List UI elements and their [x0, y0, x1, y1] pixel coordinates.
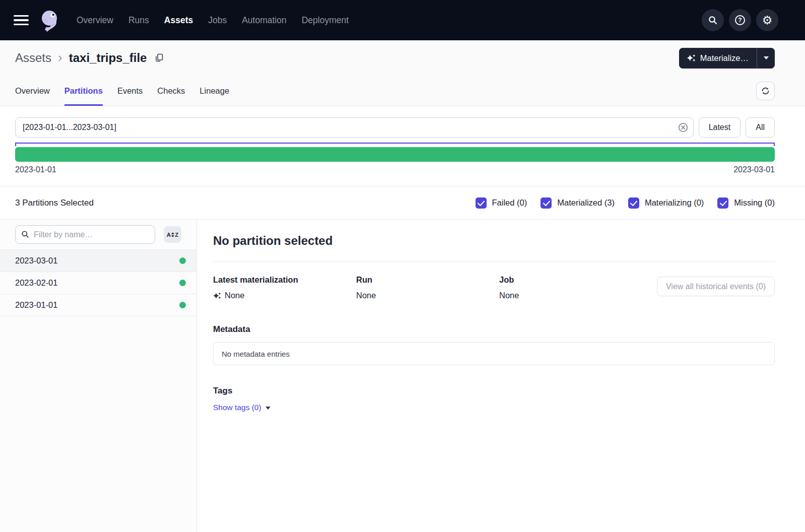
- materialized-status-dot: [179, 280, 186, 286]
- materialized-checkbox-icon[interactable]: [541, 197, 552, 209]
- stat-label: Run: [356, 275, 499, 285]
- dagster-logo-icon[interactable]: [38, 9, 61, 32]
- partition-row-2023-01-01[interactable]: 2023-01-01: [0, 294, 196, 316]
- partition-health-bar[interactable]: [15, 147, 775, 162]
- sparkle-icon: [213, 292, 221, 300]
- metadata-empty-text: No metadata entries: [222, 350, 290, 358]
- filter-failed[interactable]: Failed (0): [476, 197, 527, 209]
- failed-label: Failed (0): [492, 198, 527, 208]
- materializing-label: Materializing (0): [645, 198, 704, 208]
- search-icon[interactable]: [702, 9, 724, 31]
- materialized-status-dot: [179, 257, 186, 264]
- tab-overview[interactable]: Overview: [15, 76, 50, 106]
- partition-list-toolbar: A Z: [0, 220, 196, 249]
- content-split: A Z 2023-03-01 2023-02-01 2023-01-01: [0, 220, 805, 532]
- nav-jobs[interactable]: Jobs: [208, 15, 227, 26]
- partition-detail-panel: No partition selected Latest materializa…: [197, 220, 805, 532]
- page-title: taxi_trips_file: [69, 51, 147, 65]
- partition-list-panel: A Z 2023-03-01 2023-02-01 2023-01-01: [0, 220, 197, 532]
- filter-missing[interactable]: Missing (0): [717, 197, 775, 209]
- breadcrumb: Assets › taxi_trips_file: [15, 51, 164, 65]
- partition-filter-row: Latest All: [0, 117, 805, 138]
- partition-range-wrap: [15, 117, 694, 138]
- partition-list: 2023-03-01 2023-02-01 2023-01-01: [0, 249, 196, 316]
- tab-lineage[interactable]: Lineage: [199, 76, 229, 106]
- nav-assets[interactable]: Assets: [164, 15, 193, 26]
- primary-nav: Overview Runs Assets Jobs Automation Dep…: [77, 15, 349, 26]
- partition-row-2023-03-01[interactable]: 2023-03-01: [0, 250, 196, 272]
- stat-value: None: [499, 291, 642, 300]
- detail-divider: [213, 261, 775, 262]
- detail-stats-row: Latest materialization None Run None: [213, 275, 775, 300]
- stat-label: Job: [499, 275, 642, 285]
- clear-input-icon[interactable]: [678, 122, 689, 133]
- filter-materialized[interactable]: Materialized (3): [541, 197, 615, 209]
- page-header: Assets › taxi_trips_file Materialize…: [0, 40, 805, 76]
- materialized-label: Materialized (3): [557, 198, 615, 208]
- stat-run: Run None: [356, 275, 499, 300]
- metadata-section-title: Metadata: [213, 324, 775, 335]
- partition-row-2023-02-01[interactable]: 2023-02-01: [0, 272, 196, 294]
- view-historical-events-button[interactable]: View all historical events (0): [657, 277, 775, 296]
- nav-runs[interactable]: Runs: [128, 15, 149, 26]
- sparkle-icon: [687, 53, 696, 62]
- failed-checkbox-icon[interactable]: [476, 197, 487, 209]
- stat-value: None: [356, 291, 499, 300]
- metadata-empty-box: No metadata entries: [213, 342, 775, 365]
- materialized-status-dot: [179, 302, 186, 308]
- status-filters: Failed (0) Materialized (3) Materializin…: [476, 197, 775, 209]
- name-filter-wrap: [15, 225, 155, 244]
- partition-range-input[interactable]: [15, 117, 694, 138]
- detail-title: No partition selected: [213, 234, 775, 248]
- filter-materializing[interactable]: Materializing (0): [628, 197, 704, 209]
- breadcrumb-separator: ›: [58, 51, 62, 65]
- show-tags-link[interactable]: Show tags (0): [213, 403, 271, 412]
- partition-name-filter-input[interactable]: [15, 225, 155, 244]
- stat-label: Latest materialization: [213, 275, 356, 285]
- range-start-label: 2023-01-01: [15, 165, 56, 174]
- partition-health-section: 2023-01-01 2023-03-01: [0, 143, 805, 174]
- partition-name: 2023-01-01: [15, 300, 57, 310]
- tab-checks[interactable]: Checks: [157, 76, 185, 106]
- selection-status-row: 3 Partitions Selected Failed (0) Materia…: [0, 186, 805, 220]
- chevron-down-icon: [764, 56, 769, 59]
- copy-icon[interactable]: [154, 53, 164, 63]
- partition-name: 2023-03-01: [15, 256, 57, 265]
- missing-checkbox-icon[interactable]: [717, 197, 728, 209]
- partitions-selected-count: 3 Partitions Selected: [15, 198, 94, 208]
- asset-tabs-row: Overview Partitions Events Checks Lineag…: [0, 76, 805, 106]
- nav-overview[interactable]: Overview: [77, 15, 113, 26]
- menu-icon[interactable]: [14, 15, 29, 26]
- range-end-label: 2023-03-01: [733, 165, 775, 174]
- stat-job: Job None: [499, 275, 642, 300]
- refresh-icon[interactable]: [756, 82, 775, 100]
- all-button[interactable]: All: [746, 117, 775, 138]
- tags-section-title: Tags: [213, 386, 775, 396]
- materialize-button-group: Materialize…: [679, 48, 775, 69]
- tab-partitions[interactable]: Partitions: [64, 76, 103, 106]
- nav-deployment[interactable]: Deployment: [302, 15, 349, 26]
- materialize-button[interactable]: Materialize…: [679, 48, 757, 69]
- app-root: Overview Runs Assets Jobs Automation Dep…: [0, 0, 805, 532]
- partition-name: 2023-02-01: [15, 278, 57, 288]
- health-bar-labels: 2023-01-01 2023-03-01: [15, 165, 775, 174]
- tab-events[interactable]: Events: [117, 76, 143, 106]
- materialize-label: Materialize…: [700, 53, 749, 63]
- nav-automation[interactable]: Automation: [242, 15, 287, 26]
- asset-tabs: Overview Partitions Events Checks Lineag…: [15, 76, 229, 106]
- chevron-down-icon: [265, 407, 271, 410]
- sort-icon[interactable]: A Z: [164, 226, 181, 243]
- selection-bracket: [15, 143, 775, 146]
- topnav-actions: ? ⚙: [702, 9, 778, 31]
- help-icon[interactable]: ?: [729, 9, 751, 31]
- search-icon: [21, 230, 29, 238]
- settings-icon[interactable]: ⚙: [756, 9, 778, 31]
- materialize-dropdown-button[interactable]: [757, 48, 775, 69]
- latest-button[interactable]: Latest: [699, 117, 741, 138]
- svg-text:?: ?: [738, 17, 742, 24]
- breadcrumb-assets-link[interactable]: Assets: [15, 51, 51, 65]
- materializing-checkbox-icon[interactable]: [628, 197, 639, 209]
- top-navigation: Overview Runs Assets Jobs Automation Dep…: [0, 0, 805, 40]
- missing-label: Missing (0): [734, 198, 775, 208]
- stat-value: None: [213, 291, 356, 300]
